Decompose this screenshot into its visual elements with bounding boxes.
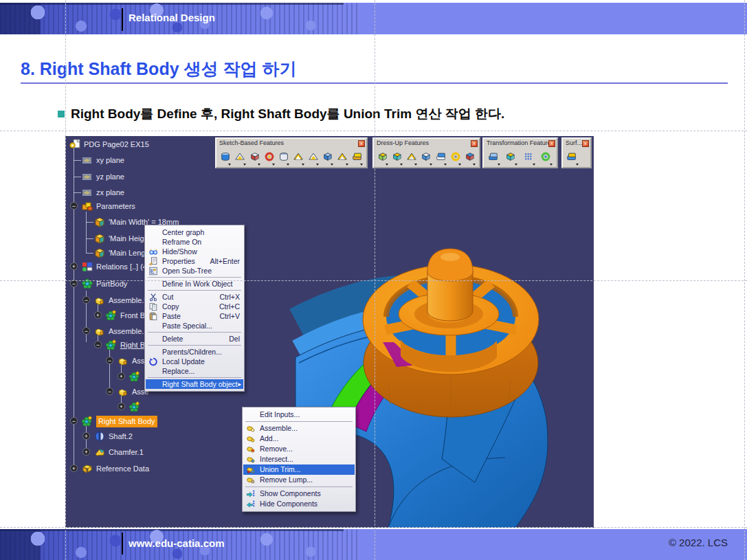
- tree-node-label[interactable]: PartBody: [96, 278, 127, 290]
- thickness-icon[interactable]: [434, 149, 448, 167]
- chamfer-icon[interactable]: [390, 149, 404, 167]
- tree-node-label[interactable]: PDG Page02 EX15: [84, 139, 149, 150]
- rectangular-pattern-icon[interactable]: [522, 149, 537, 167]
- menu-item[interactable]: Define In Work Object: [146, 279, 243, 289]
- tree-expander-plus-icon[interactable]: +: [70, 464, 78, 472]
- menu-item[interactable]: Ctrl+CCopy: [146, 302, 243, 311]
- menu-item[interactable]: Remove...: [243, 444, 355, 454]
- tree-expander-minus-icon[interactable]: −: [82, 327, 90, 335]
- menu-item[interactable]: Union Trim...: [243, 464, 355, 475]
- menu-item[interactable]: Paste Special...: [146, 321, 243, 331]
- scaling-icon[interactable]: [539, 149, 554, 167]
- close-icon[interactable]: x: [471, 140, 478, 147]
- menu-item[interactable]: Reframe On: [146, 237, 243, 247]
- close-icon[interactable]: x: [582, 140, 589, 147]
- dropdown-arrow-icon: [258, 164, 260, 166]
- hole-icon[interactable]: [277, 149, 291, 167]
- menu-item[interactable]: Ctrl+VPaste: [146, 311, 243, 321]
- pad-icon[interactable]: [219, 149, 232, 167]
- tree-expander-minus-icon[interactable]: −: [70, 202, 78, 210]
- close-icon[interactable]: x: [358, 140, 365, 147]
- menu-item-label: Cut: [162, 293, 173, 301]
- menu-item[interactable]: Local Update: [146, 357, 243, 366]
- loft-icon[interactable]: [335, 149, 349, 167]
- pocket-icon[interactable]: [263, 149, 276, 167]
- menu-item[interactable]: Edit Inputs...: [243, 410, 355, 420]
- slot-icon[interactable]: [306, 149, 320, 167]
- guide-horizontal-top: [0, 131, 747, 131]
- translation-icon[interactable]: [487, 149, 502, 167]
- rib-icon[interactable]: [291, 149, 305, 167]
- footer-site[interactable]: www.edu-catia.com: [129, 537, 224, 549]
- tree-node-label[interactable]: Assemble.1: [109, 326, 148, 337]
- bullet-square-icon: [58, 111, 65, 117]
- tree-node-label[interactable]: Right Shaft Body: [96, 416, 157, 427]
- tree-expander-plus-icon[interactable]: +: [70, 262, 78, 270]
- tree-node-label[interactable]: Reference Data: [96, 463, 149, 475]
- draft-angle-icon[interactable]: [405, 149, 419, 167]
- menu-item[interactable]: Assemble...: [243, 423, 355, 434]
- tree-node-label[interactable]: Assemble.9: [109, 295, 148, 306]
- toolbar[interactable]: Transformation Featuresx: [482, 137, 558, 168]
- menu-item[interactable]: Open Sub-Tree: [146, 266, 243, 276]
- menu-item[interactable]: Right Shaft Body object▸: [146, 379, 243, 389]
- stiffener-icon[interactable]: [321, 149, 335, 167]
- tree-node-label[interactable]: Relations [..] (4: [96, 261, 147, 273]
- shell-icon[interactable]: [419, 149, 433, 167]
- tree-node[interactable]: −Parameters: [65, 201, 594, 212]
- submenu-arrow-icon: ▸: [238, 379, 241, 389]
- tree-node-label[interactable]: yz plane: [96, 171, 124, 183]
- menu-item[interactable]: Intersect...: [243, 454, 355, 464]
- split-icon[interactable]: [565, 149, 580, 167]
- tree-node-label[interactable]: Shaft.2: [109, 431, 133, 443]
- dropdown-arrow-icon: [444, 164, 447, 166]
- toolbar-title: Transformation Features: [484, 139, 557, 148]
- menu-item[interactable]: Center graph: [146, 227, 243, 237]
- tree-expander-minus-icon[interactable]: −: [94, 341, 102, 348]
- menu-item[interactable]: Ctrl+XCut: [146, 292, 243, 302]
- dropdown-arrow-icon: [331, 164, 333, 166]
- menu-item[interactable]: Show Components: [243, 489, 355, 499]
- toolbar[interactable]: Dress-Up Featuresx: [372, 137, 480, 168]
- tree-node-label[interactable]: 'Main Leng: [109, 247, 145, 259]
- tree-expander-plus-icon[interactable]: +: [118, 372, 125, 380]
- dropdown-arrow-icon: [550, 164, 553, 166]
- menu-item[interactable]: Add...: [243, 434, 355, 444]
- tree-expander-plus-icon[interactable]: +: [82, 432, 90, 440]
- dropdown-arrow-icon: [414, 164, 417, 166]
- menu-item[interactable]: Alt+EnterProperties: [146, 256, 243, 266]
- tree-expander-minus-icon[interactable]: −: [70, 417, 78, 425]
- edge-fillet-icon[interactable]: [376, 149, 390, 167]
- tree-expander-minus-icon[interactable]: −: [70, 280, 78, 287]
- tree-node-label[interactable]: Chamfer.1: [109, 447, 144, 458]
- tree-node-label[interactable]: 'Main Heigh: [109, 233, 148, 245]
- tree-expander-minus-icon[interactable]: −: [82, 296, 90, 304]
- close-icon[interactable]: x: [548, 140, 555, 147]
- tree-expander-plus-icon[interactable]: +: [82, 448, 90, 456]
- tree-expander-plus-icon[interactable]: +: [94, 311, 102, 319]
- toolbar[interactable]: Sketch-Based Featuresx: [215, 137, 368, 168]
- menu-item[interactable]: Remove Lump...: [243, 475, 355, 485]
- tree-node[interactable]: yz plane: [65, 171, 594, 183]
- tree-expander-minus-icon[interactable]: −: [106, 388, 113, 395]
- dropdown-arrow-icon: [458, 164, 461, 166]
- menu-item[interactable]: Hide/Show: [146, 247, 243, 256]
- toolbar[interactable]: Surf...x: [561, 137, 592, 168]
- drafted-filleted-pad-icon[interactable]: [233, 149, 247, 167]
- tree-node-label[interactable]: Parameters: [96, 201, 135, 212]
- tree-expander-plus-icon[interactable]: +: [118, 403, 125, 410]
- tree-node-label[interactable]: zx plane: [96, 187, 124, 199]
- menu-item[interactable]: Replace...: [146, 366, 243, 376]
- multi-pad-icon[interactable]: [248, 149, 262, 167]
- removed-loft-icon[interactable]: [350, 149, 364, 167]
- tree-expander-minus-icon[interactable]: −: [106, 357, 113, 364]
- menu-item[interactable]: Parents/Children...: [146, 347, 243, 357]
- menu-item[interactable]: DelDelete: [146, 334, 243, 344]
- dropdown-arrow-icon: [302, 164, 304, 166]
- mirror-icon[interactable]: [504, 149, 519, 167]
- remove-face-icon[interactable]: [463, 149, 477, 167]
- tree-node[interactable]: zx plane: [65, 187, 594, 199]
- tree-node-label[interactable]: xy plane: [96, 155, 124, 166]
- menu-item[interactable]: Hide Components: [243, 499, 355, 509]
- thread-icon[interactable]: [449, 149, 462, 167]
